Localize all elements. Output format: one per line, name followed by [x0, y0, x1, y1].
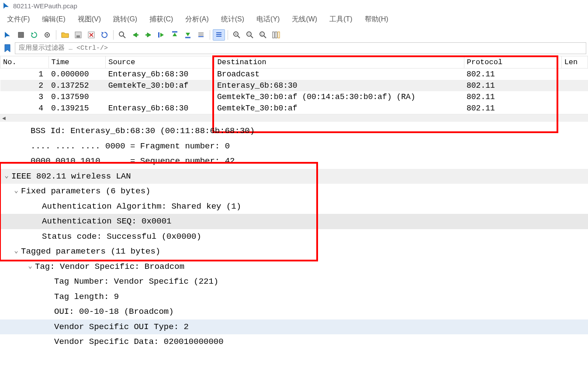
tree-row[interactable]: .... .... .... 0000 = Fragment number: 0: [0, 139, 588, 154]
tree-label: Tag Number: Vendor Specific (221): [54, 275, 218, 288]
cell: Broadcast: [214, 69, 464, 80]
go-to-packet-button[interactable]: [156, 29, 168, 41]
go-back-button[interactable]: [129, 29, 142, 41]
svg-rect-31: [275, 32, 277, 38]
tree-row[interactable]: Vendor Specific OUI Type: 2: [0, 319, 588, 335]
capture-options-button[interactable]: [41, 29, 53, 41]
cell: 0.000000: [48, 69, 106, 80]
table-row[interactable]: 10.000000Enterasy_6b:68:30Broadcast802.1…: [0, 69, 588, 80]
save-file-button[interactable]: [72, 29, 84, 41]
cell: 1: [0, 69, 49, 80]
zoom-out-button[interactable]: [244, 29, 256, 41]
menu-capture[interactable]: 捕获(C): [143, 14, 179, 25]
menu-help[interactable]: 帮助(H): [359, 14, 394, 25]
chevron-down-icon[interactable]: [13, 246, 19, 256]
tree-row[interactable]: Tag length: 9: [0, 289, 588, 305]
table-row[interactable]: 30.137590GemtekTe_30:b0:af (00:14:a5:30:…: [0, 91, 588, 103]
toolbar: 1: [0, 28, 588, 41]
menu-edit[interactable]: 编辑(E): [36, 14, 71, 25]
tree-label: Tag length: 9: [54, 291, 119, 303]
cell: GemtekTe_30:b0:af (00:14:a5:30:b0:af) (R…: [214, 91, 464, 103]
cell: [561, 91, 588, 103]
col-header-source[interactable]: Source: [106, 56, 214, 69]
svg-line-28: [264, 36, 266, 38]
tree-label: OUI: 00-10-18 (Broadcom): [54, 306, 174, 318]
display-filter-bar: [0, 41, 588, 56]
resize-columns-button[interactable]: [270, 29, 282, 41]
menu-go[interactable]: 跳转(G): [107, 14, 143, 25]
tree-row[interactable]: Tagged parameters (11 bytes): [0, 244, 588, 259]
cell: GemtekTe_30:b0:af: [214, 103, 464, 114]
cell: [561, 80, 588, 91]
menu-statistics[interactable]: 统计(S): [215, 14, 250, 25]
tree-label: .... .... .... 0000 = Fragment number: 0: [31, 140, 230, 153]
col-header-time[interactable]: Time: [48, 56, 106, 69]
packet-details-pane[interactable]: BSS Id: Enterasy_6b:68:30 (00:11:88:6b:6…: [0, 122, 588, 350]
chevron-down-icon[interactable]: [3, 171, 10, 181]
cell: Enterasy_6b:68:30: [214, 80, 464, 91]
filter-bookmark-button[interactable]: [2, 43, 13, 54]
colorize-button[interactable]: [213, 29, 225, 41]
col-header-protocol[interactable]: Protocol: [464, 56, 561, 69]
zoom-reset-button[interactable]: 1: [257, 29, 269, 41]
restart-capture-button[interactable]: [28, 29, 40, 41]
find-button[interactable]: [116, 29, 128, 41]
menu-analyze[interactable]: 分析(A): [179, 14, 214, 25]
cell: 4: [0, 103, 49, 114]
tree-row[interactable]: Status code: Successful (0x0000): [0, 229, 588, 244]
tree-row[interactable]: Vendor Specific Data: 020010000000: [0, 334, 588, 350]
svg-rect-32: [278, 32, 280, 38]
svg-line-25: [251, 36, 253, 38]
tree-row[interactable]: IEEE 802.11 wireless LAN: [0, 169, 588, 184]
tree-row[interactable]: Authentication SEQ: 0x0001: [0, 214, 588, 229]
auto-scroll-button[interactable]: [195, 29, 207, 41]
col-header-no[interactable]: No.: [0, 56, 49, 69]
menu-telephony[interactable]: 电话(Y): [250, 14, 286, 25]
svg-rect-30: [273, 32, 274, 38]
table-row[interactable]: 20.137252GemtekTe_30:b0:afEnterasy_6b:68…: [0, 80, 588, 91]
start-capture-button[interactable]: [2, 29, 14, 41]
menu-wireless[interactable]: 无线(W): [286, 14, 323, 25]
titlebar: 80211-WEPauth.pcap: [0, 0, 588, 11]
go-to-last-button[interactable]: [182, 29, 194, 41]
tree-label: IEEE 802.11 wireless LAN: [11, 170, 131, 183]
tree-row[interactable]: BSS Id: Enterasy_6b:68:30 (00:11:88:6b:6…: [0, 124, 588, 139]
menu-view[interactable]: 视图(V): [72, 14, 107, 25]
stop-capture-button[interactable]: [15, 29, 27, 41]
tree-row[interactable]: Tag: Vendor Specific: Broadcom: [0, 259, 588, 275]
tree-label: BSS Id: Enterasy_6b:68:30 (00:11:88:6b:6…: [31, 125, 255, 137]
close-file-button[interactable]: [85, 29, 97, 41]
svg-line-21: [238, 36, 240, 38]
horizontal-scrollbar[interactable]: ◀: [0, 114, 588, 122]
wireshark-fin-icon: [3, 2, 10, 10]
scroll-left-arrow[interactable]: ◀: [0, 115, 8, 122]
col-header-length[interactable]: Len: [561, 56, 588, 69]
col-header-destination[interactable]: Destination: [214, 56, 464, 69]
go-to-first-button[interactable]: [169, 29, 181, 41]
open-file-button[interactable]: [59, 29, 71, 41]
tree-row[interactable]: Authentication Algorithm: Shared key (1): [0, 199, 588, 214]
toolbar-separator: [113, 30, 114, 40]
packet-table[interactable]: No. Time Source Destination Protocol Len…: [0, 56, 588, 114]
table-row[interactable]: 40.139215Enterasy_6b:68:30GemtekTe_30:b0…: [0, 103, 588, 114]
svg-rect-0: [18, 32, 24, 38]
menu-tools[interactable]: 工具(T): [323, 14, 358, 25]
zoom-in-button[interactable]: [231, 29, 243, 41]
tree-row[interactable]: OUI: 00-10-18 (Broadcom): [0, 304, 588, 319]
tree-label: Fixed parameters (6 bytes): [21, 185, 150, 198]
tree-label: 0000 0010 1010 .... = Sequence number: 4…: [31, 155, 235, 168]
cell: 802.11: [464, 91, 561, 103]
cell: 2: [0, 80, 49, 91]
tree-row[interactable]: 0000 0010 1010 .... = Sequence number: 4…: [0, 154, 588, 169]
tree-label: Status code: Successful (0x0000): [42, 230, 201, 243]
reload-button[interactable]: [98, 29, 111, 41]
display-filter-input[interactable]: [15, 42, 586, 54]
go-forward-button[interactable]: [142, 29, 155, 41]
toolbar-separator: [56, 30, 56, 40]
menu-file[interactable]: 文件(F): [3, 14, 36, 25]
tree-row[interactable]: Tag Number: Vendor Specific (221): [0, 274, 588, 289]
chevron-down-icon[interactable]: [13, 185, 19, 196]
toolbar-separator: [210, 30, 210, 40]
tree-row[interactable]: Fixed parameters (6 bytes): [0, 184, 588, 199]
chevron-down-icon[interactable]: [27, 261, 33, 271]
